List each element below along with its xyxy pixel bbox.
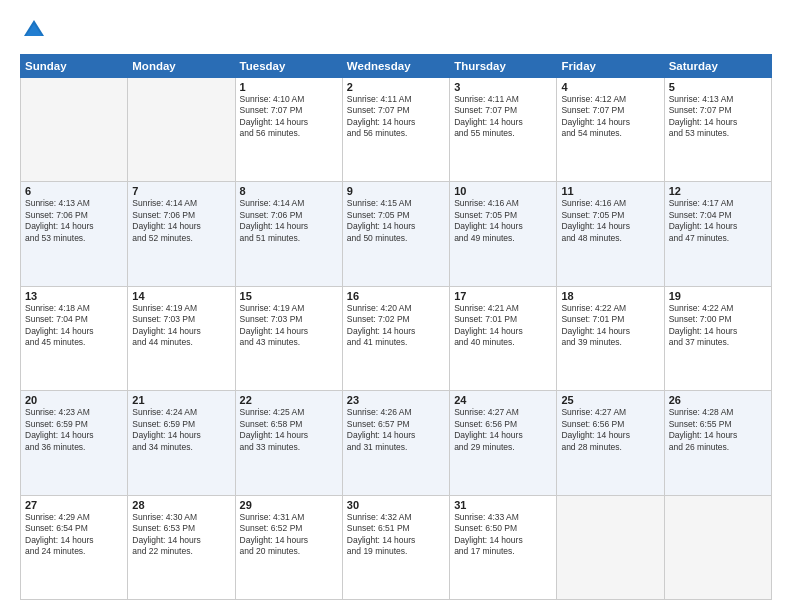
day-number: 29 [240,499,338,511]
calendar-cell: 24Sunrise: 4:27 AM Sunset: 6:56 PM Dayli… [450,391,557,495]
day-number: 1 [240,81,338,93]
calendar-cell: 14Sunrise: 4:19 AM Sunset: 7:03 PM Dayli… [128,286,235,390]
calendar-cell: 31Sunrise: 4:33 AM Sunset: 6:50 PM Dayli… [450,495,557,599]
calendar-cell: 17Sunrise: 4:21 AM Sunset: 7:01 PM Dayli… [450,286,557,390]
week-row-5: 27Sunrise: 4:29 AM Sunset: 6:54 PM Dayli… [21,495,772,599]
day-info: Sunrise: 4:12 AM Sunset: 7:07 PM Dayligh… [561,94,659,140]
day-info: Sunrise: 4:27 AM Sunset: 6:56 PM Dayligh… [454,407,552,453]
calendar-cell: 7Sunrise: 4:14 AM Sunset: 7:06 PM Daylig… [128,182,235,286]
calendar-cell: 3Sunrise: 4:11 AM Sunset: 7:07 PM Daylig… [450,78,557,182]
day-info: Sunrise: 4:14 AM Sunset: 7:06 PM Dayligh… [132,198,230,244]
day-number: 14 [132,290,230,302]
day-number: 16 [347,290,445,302]
day-number: 13 [25,290,123,302]
calendar-cell: 9Sunrise: 4:15 AM Sunset: 7:05 PM Daylig… [342,182,449,286]
col-header-sunday: Sunday [21,55,128,78]
day-info: Sunrise: 4:25 AM Sunset: 6:58 PM Dayligh… [240,407,338,453]
calendar-cell [128,78,235,182]
day-number: 21 [132,394,230,406]
header [20,16,772,44]
page: SundayMondayTuesdayWednesdayThursdayFrid… [0,0,792,612]
day-number: 5 [669,81,767,93]
day-number: 10 [454,185,552,197]
calendar-cell: 26Sunrise: 4:28 AM Sunset: 6:55 PM Dayli… [664,391,771,495]
day-info: Sunrise: 4:15 AM Sunset: 7:05 PM Dayligh… [347,198,445,244]
col-header-saturday: Saturday [664,55,771,78]
day-number: 27 [25,499,123,511]
calendar-cell: 18Sunrise: 4:22 AM Sunset: 7:01 PM Dayli… [557,286,664,390]
day-info: Sunrise: 4:16 AM Sunset: 7:05 PM Dayligh… [454,198,552,244]
calendar-cell: 12Sunrise: 4:17 AM Sunset: 7:04 PM Dayli… [664,182,771,286]
week-row-2: 6Sunrise: 4:13 AM Sunset: 7:06 PM Daylig… [21,182,772,286]
header-row: SundayMondayTuesdayWednesdayThursdayFrid… [21,55,772,78]
col-header-friday: Friday [557,55,664,78]
day-number: 7 [132,185,230,197]
day-number: 8 [240,185,338,197]
day-info: Sunrise: 4:22 AM Sunset: 7:01 PM Dayligh… [561,303,659,349]
day-info: Sunrise: 4:24 AM Sunset: 6:59 PM Dayligh… [132,407,230,453]
calendar: SundayMondayTuesdayWednesdayThursdayFrid… [20,54,772,600]
calendar-cell: 15Sunrise: 4:19 AM Sunset: 7:03 PM Dayli… [235,286,342,390]
calendar-cell: 29Sunrise: 4:31 AM Sunset: 6:52 PM Dayli… [235,495,342,599]
day-info: Sunrise: 4:21 AM Sunset: 7:01 PM Dayligh… [454,303,552,349]
calendar-cell: 30Sunrise: 4:32 AM Sunset: 6:51 PM Dayli… [342,495,449,599]
week-row-1: 1Sunrise: 4:10 AM Sunset: 7:07 PM Daylig… [21,78,772,182]
day-info: Sunrise: 4:19 AM Sunset: 7:03 PM Dayligh… [132,303,230,349]
day-number: 23 [347,394,445,406]
calendar-cell: 11Sunrise: 4:16 AM Sunset: 7:05 PM Dayli… [557,182,664,286]
day-number: 30 [347,499,445,511]
day-info: Sunrise: 4:26 AM Sunset: 6:57 PM Dayligh… [347,407,445,453]
calendar-cell: 6Sunrise: 4:13 AM Sunset: 7:06 PM Daylig… [21,182,128,286]
day-info: Sunrise: 4:28 AM Sunset: 6:55 PM Dayligh… [669,407,767,453]
day-number: 18 [561,290,659,302]
week-row-4: 20Sunrise: 4:23 AM Sunset: 6:59 PM Dayli… [21,391,772,495]
calendar-cell: 21Sunrise: 4:24 AM Sunset: 6:59 PM Dayli… [128,391,235,495]
day-number: 28 [132,499,230,511]
day-number: 24 [454,394,552,406]
calendar-cell: 4Sunrise: 4:12 AM Sunset: 7:07 PM Daylig… [557,78,664,182]
logo-icon [20,16,48,44]
day-number: 25 [561,394,659,406]
calendar-cell [664,495,771,599]
day-info: Sunrise: 4:11 AM Sunset: 7:07 PM Dayligh… [347,94,445,140]
day-info: Sunrise: 4:23 AM Sunset: 6:59 PM Dayligh… [25,407,123,453]
day-info: Sunrise: 4:32 AM Sunset: 6:51 PM Dayligh… [347,512,445,558]
calendar-cell: 19Sunrise: 4:22 AM Sunset: 7:00 PM Dayli… [664,286,771,390]
day-number: 31 [454,499,552,511]
day-info: Sunrise: 4:30 AM Sunset: 6:53 PM Dayligh… [132,512,230,558]
day-info: Sunrise: 4:13 AM Sunset: 7:07 PM Dayligh… [669,94,767,140]
calendar-cell: 20Sunrise: 4:23 AM Sunset: 6:59 PM Dayli… [21,391,128,495]
day-info: Sunrise: 4:27 AM Sunset: 6:56 PM Dayligh… [561,407,659,453]
calendar-cell: 27Sunrise: 4:29 AM Sunset: 6:54 PM Dayli… [21,495,128,599]
col-header-tuesday: Tuesday [235,55,342,78]
day-info: Sunrise: 4:33 AM Sunset: 6:50 PM Dayligh… [454,512,552,558]
day-info: Sunrise: 4:22 AM Sunset: 7:00 PM Dayligh… [669,303,767,349]
calendar-cell: 28Sunrise: 4:30 AM Sunset: 6:53 PM Dayli… [128,495,235,599]
day-info: Sunrise: 4:11 AM Sunset: 7:07 PM Dayligh… [454,94,552,140]
day-info: Sunrise: 4:10 AM Sunset: 7:07 PM Dayligh… [240,94,338,140]
day-number: 2 [347,81,445,93]
calendar-cell: 16Sunrise: 4:20 AM Sunset: 7:02 PM Dayli… [342,286,449,390]
day-number: 20 [25,394,123,406]
calendar-cell: 22Sunrise: 4:25 AM Sunset: 6:58 PM Dayli… [235,391,342,495]
day-info: Sunrise: 4:14 AM Sunset: 7:06 PM Dayligh… [240,198,338,244]
day-number: 9 [347,185,445,197]
logo [20,16,52,44]
col-header-thursday: Thursday [450,55,557,78]
day-number: 22 [240,394,338,406]
day-number: 19 [669,290,767,302]
day-number: 17 [454,290,552,302]
day-info: Sunrise: 4:16 AM Sunset: 7:05 PM Dayligh… [561,198,659,244]
day-info: Sunrise: 4:19 AM Sunset: 7:03 PM Dayligh… [240,303,338,349]
calendar-cell: 5Sunrise: 4:13 AM Sunset: 7:07 PM Daylig… [664,78,771,182]
day-info: Sunrise: 4:20 AM Sunset: 7:02 PM Dayligh… [347,303,445,349]
week-row-3: 13Sunrise: 4:18 AM Sunset: 7:04 PM Dayli… [21,286,772,390]
calendar-cell: 1Sunrise: 4:10 AM Sunset: 7:07 PM Daylig… [235,78,342,182]
calendar-cell: 25Sunrise: 4:27 AM Sunset: 6:56 PM Dayli… [557,391,664,495]
day-info: Sunrise: 4:29 AM Sunset: 6:54 PM Dayligh… [25,512,123,558]
col-header-wednesday: Wednesday [342,55,449,78]
day-number: 3 [454,81,552,93]
calendar-cell: 8Sunrise: 4:14 AM Sunset: 7:06 PM Daylig… [235,182,342,286]
calendar-cell: 13Sunrise: 4:18 AM Sunset: 7:04 PM Dayli… [21,286,128,390]
calendar-cell [21,78,128,182]
